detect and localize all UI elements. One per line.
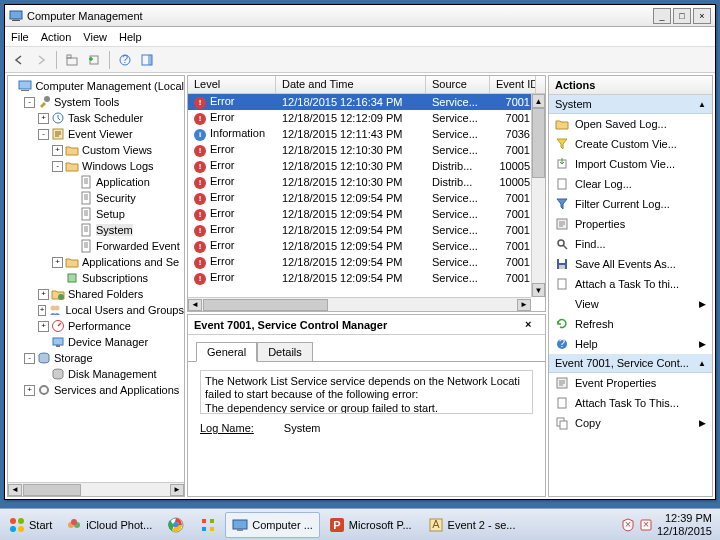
task-apps[interactable] <box>193 512 223 538</box>
event-row[interactable]: !Error12/18/2015 12:09:54 PMService...70… <box>188 270 545 286</box>
tree-hscroll[interactable]: ◄► <box>8 482 184 496</box>
tree-item-storage[interactable]: -Storage <box>8 350 184 366</box>
expander-icon[interactable]: + <box>52 257 63 268</box>
tree-item-device-manager[interactable]: Device Manager <box>8 334 184 350</box>
scroll-right-icon[interactable]: ► <box>170 484 184 496</box>
tree-item-local-users-and-grou[interactable]: +Local Users and Groups <box>8 302 184 318</box>
menu-view[interactable]: View <box>83 31 107 43</box>
tree-item-forwarded-event[interactable]: Forwarded Event <box>8 238 184 254</box>
expander-icon[interactable]: - <box>38 129 49 140</box>
tree-item-system-tools[interactable]: -System Tools <box>8 94 184 110</box>
task-ppt[interactable]: PMicrosoft P... <box>322 512 419 538</box>
tab-details[interactable]: Details <box>257 342 313 362</box>
event-row[interactable]: !Error12/18/2015 12:09:54 PMService...70… <box>188 206 545 222</box>
col-date[interactable]: Date and Time <box>276 76 426 93</box>
expander-icon[interactable]: - <box>24 353 35 364</box>
export-button[interactable] <box>84 50 104 70</box>
tree-item-disk-management[interactable]: Disk Management <box>8 366 184 382</box>
panel-button[interactable] <box>137 50 157 70</box>
action-group-header[interactable]: System▲ <box>549 95 712 114</box>
expander-icon[interactable]: + <box>38 305 46 316</box>
up-button[interactable] <box>62 50 82 70</box>
close-button[interactable]: × <box>693 8 711 24</box>
action-view[interactable]: View▶ <box>549 294 712 314</box>
events-body[interactable]: !Error12/18/2015 12:16:34 PMService...70… <box>188 94 545 311</box>
tree-item-application[interactable]: Application <box>8 174 184 190</box>
action-filter-current-log-[interactable]: Filter Current Log... <box>549 194 712 214</box>
menu-action[interactable]: Action <box>41 31 72 43</box>
col-eventid[interactable]: Event ID <box>490 76 536 93</box>
tree-item-windows-logs[interactable]: -Windows Logs <box>8 158 184 174</box>
tree-item-custom-views[interactable]: +Custom Views <box>8 142 184 158</box>
task-photos[interactable]: iCloud Phot... <box>59 512 159 538</box>
back-button[interactable] <box>9 50 29 70</box>
events-header[interactable]: Level Date and Time Source Event ID <box>188 76 545 94</box>
tree-item-event-viewer[interactable]: -Event Viewer <box>8 126 184 142</box>
event-row[interactable]: !Error12/18/2015 12:09:54 PMService...70… <box>188 190 545 206</box>
expander-icon[interactable]: + <box>38 289 49 300</box>
tree-item-computer-management-[interactable]: Computer Management (Local <box>8 78 184 94</box>
event-row[interactable]: !Error12/18/2015 12:10:30 PMDistrib...10… <box>188 174 545 190</box>
action-properties[interactable]: Properties <box>549 214 712 234</box>
help-button[interactable]: ? <box>115 50 135 70</box>
task-mmc[interactable]: Computer ... <box>225 512 320 538</box>
scroll-left-icon[interactable]: ◄ <box>8 484 22 496</box>
tree-item-subscriptions[interactable]: Subscriptions <box>8 270 184 286</box>
expander-icon[interactable]: - <box>52 161 63 172</box>
expander-icon[interactable]: + <box>38 113 49 124</box>
expander-icon[interactable]: - <box>24 97 35 108</box>
event-row[interactable]: !Error12/18/2015 12:10:30 PMDistrib...10… <box>188 158 545 174</box>
action-event-properties[interactable]: Event Properties <box>549 373 712 393</box>
action-create-custom-vie-[interactable]: Create Custom Vie... <box>549 134 712 154</box>
action-attach-task-to-this-[interactable]: Attach Task To This... <box>549 393 712 413</box>
scroll-down-icon[interactable]: ▼ <box>532 283 545 297</box>
action-group-header[interactable]: Event 7001, Service Cont...▲ <box>549 354 712 373</box>
tree-item-shared-folders[interactable]: +Shared Folders <box>8 286 184 302</box>
action-open-saved-log-[interactable]: Open Saved Log... <box>549 114 712 134</box>
action-save-all-events-as-[interactable]: Save All Events As... <box>549 254 712 274</box>
task-event2[interactable]: AEvent 2 - se... <box>421 512 523 538</box>
menu-help[interactable]: Help <box>119 31 142 43</box>
maximize-button[interactable]: □ <box>673 8 691 24</box>
events-hscroll[interactable]: ◄► <box>188 297 531 311</box>
event-row[interactable]: iInformation12/18/2015 12:11:43 PMServic… <box>188 126 545 142</box>
action-copy[interactable]: Copy▶ <box>549 413 712 433</box>
expander-icon[interactable]: + <box>24 385 35 396</box>
action-help[interactable]: ?Help▶ <box>549 334 712 354</box>
event-row[interactable]: !Error12/18/2015 12:09:54 PMService...70… <box>188 238 545 254</box>
expander-icon[interactable]: + <box>52 145 63 156</box>
action-clear-log-[interactable]: Clear Log... <box>549 174 712 194</box>
expander-icon[interactable]: + <box>38 321 49 332</box>
action-find-[interactable]: Find... <box>549 234 712 254</box>
col-source[interactable]: Source <box>426 76 490 93</box>
event-row[interactable]: !Error12/18/2015 12:10:30 PMService...70… <box>188 142 545 158</box>
tab-general[interactable]: General <box>196 342 257 362</box>
event-row[interactable]: !Error12/18/2015 12:16:34 PMService...70… <box>188 94 545 110</box>
tree-item-setup[interactable]: Setup <box>8 206 184 222</box>
event-row[interactable]: !Error12/18/2015 12:12:09 PMService...70… <box>188 110 545 126</box>
tree[interactable]: Computer Management (Local-System Tools+… <box>8 76 184 482</box>
action-refresh[interactable]: Refresh <box>549 314 712 334</box>
tree-item-applications-and-se[interactable]: +Applications and Se <box>8 254 184 270</box>
tray[interactable]: × × 12:39 PM 12/18/2015 <box>615 512 718 536</box>
tree-item-performance[interactable]: +Performance <box>8 318 184 334</box>
event-row[interactable]: !Error12/18/2015 12:09:54 PMService...70… <box>188 254 545 270</box>
action-attach-a-task-to-thi[interactable]: Attach a Task To thi... <box>549 274 712 294</box>
action-import-custom-vie-[interactable]: Import Custom Vie... <box>549 154 712 174</box>
scroll-right-icon[interactable]: ► <box>517 299 531 311</box>
scroll-left-icon[interactable]: ◄ <box>188 299 202 311</box>
tray-clock[interactable]: 12:39 PM 12/18/2015 <box>657 512 712 536</box>
forward-button[interactable] <box>31 50 51 70</box>
task-chrome[interactable] <box>161 512 191 538</box>
scroll-up-icon[interactable]: ▲ <box>532 94 545 108</box>
tree-item-services-and-applica[interactable]: +Services and Applications <box>8 382 184 398</box>
detail-close-button[interactable]: × <box>525 318 539 332</box>
events-vscroll[interactable]: ▲▼ <box>531 94 545 297</box>
menu-file[interactable]: File <box>11 31 29 43</box>
tree-item-system[interactable]: System <box>8 222 184 238</box>
tree-item-task-scheduler[interactable]: +Task Scheduler <box>8 110 184 126</box>
col-level[interactable]: Level <box>188 76 276 93</box>
minimize-button[interactable]: _ <box>653 8 671 24</box>
tree-item-security[interactable]: Security <box>8 190 184 206</box>
event-row[interactable]: !Error12/18/2015 12:09:54 PMService...70… <box>188 222 545 238</box>
